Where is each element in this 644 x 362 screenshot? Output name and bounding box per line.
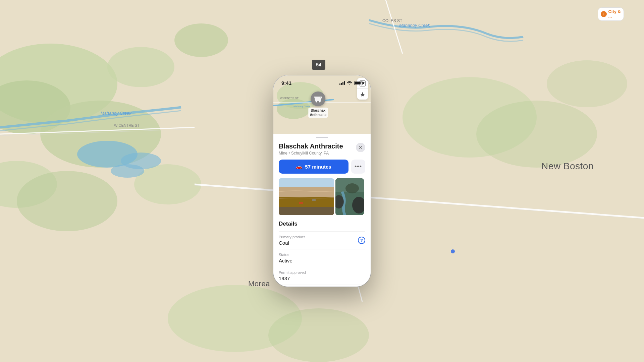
- morea-label: Morea: [248, 280, 270, 288]
- details-section: Details Primary product Coal ? Status Ac…: [273, 221, 371, 287]
- city-badge: i City &...: [598, 7, 624, 21]
- signal-bar-1: [339, 83, 340, 85]
- svg-rect-42: [312, 199, 316, 201]
- svg-point-33: [316, 101, 317, 103]
- svg-point-34: [319, 101, 321, 103]
- bottom-sheet: Blaschak Anthracite Mine • Schuylkill Co…: [273, 134, 371, 287]
- place-title: Blaschak Anthracite: [279, 142, 343, 150]
- svg-point-24: [268, 308, 369, 362]
- status-value: Active: [279, 258, 365, 263]
- action-row: 🚗 57 minutes •••: [273, 160, 371, 178]
- status-row: Status Active: [279, 249, 365, 267]
- permit-approved-row: Permit approved 1937: [279, 267, 365, 285]
- more-options-button[interactable]: •••: [351, 160, 365, 174]
- signal-bar-2: [341, 83, 342, 85]
- photos-row: [273, 178, 371, 221]
- permit-approved-value: 1937: [279, 276, 365, 281]
- svg-rect-38: [279, 187, 334, 197]
- svg-point-22: [547, 60, 627, 107]
- coles-st-label: COLES ST: [382, 18, 402, 23]
- svg-point-4: [107, 47, 174, 87]
- status-time: 9:41: [281, 80, 291, 86]
- svg-point-11: [111, 164, 144, 178]
- svg-text:Mahanoy Creek: Mahanoy Creek: [293, 105, 310, 108]
- mine-pin-circle: [311, 92, 325, 106]
- place-info: Blaschak Anthracite Mine • Schuylkill Co…: [279, 142, 343, 156]
- new-boston-label: New Boston: [541, 161, 594, 172]
- status-icons: [339, 80, 363, 85]
- operator-row: Operator: [279, 285, 365, 287]
- navigation-button[interactable]: [357, 89, 368, 100]
- svg-point-7: [17, 171, 117, 231]
- svg-point-47: [345, 183, 359, 193]
- svg-point-5: [174, 23, 228, 57]
- mine-pin[interactable]: Blaschak Anthracite: [309, 92, 328, 118]
- svg-point-8: [134, 164, 201, 204]
- svg-rect-32: [315, 97, 321, 101]
- signal-bar-4: [344, 81, 345, 85]
- primary-product-row: Primary product Coal ?: [279, 231, 365, 249]
- iphone-frame: 9:41: [273, 75, 371, 287]
- mahanoy-creek-label: Mahanoy Creek: [101, 111, 131, 116]
- close-button[interactable]: ✕: [356, 143, 365, 152]
- directions-button[interactable]: 🚗 57 minutes: [279, 160, 348, 174]
- svg-rect-41: [299, 202, 303, 204]
- permit-approved-label: Permit approved: [279, 270, 365, 275]
- svg-rect-40: [279, 207, 334, 215]
- status-bar: 9:41: [273, 75, 371, 88]
- drag-handle[interactable]: [316, 137, 328, 138]
- primary-product-label: Primary product: [279, 235, 365, 239]
- status-label: Status: [279, 253, 365, 257]
- wifi-icon: [347, 80, 352, 85]
- mine-pin-label: Blaschak Anthracite: [309, 108, 328, 118]
- signal-bar-3: [342, 82, 343, 85]
- svg-rect-37: [279, 178, 334, 187]
- place-header: Blaschak Anthracite Mine • Schuylkill Co…: [273, 142, 371, 160]
- mahanoy-creek-top-label: Mahanoy Creek: [399, 23, 430, 28]
- svg-point-25: [451, 249, 455, 253]
- w-centre-st-label: W CENTRE ST: [114, 123, 140, 127]
- phone-map: 9:41: [273, 75, 371, 134]
- details-title: Details: [279, 221, 365, 227]
- primary-product-info-button[interactable]: ?: [358, 237, 365, 244]
- photo-main[interactable]: [279, 178, 334, 215]
- photo-secondary[interactable]: [335, 178, 364, 215]
- battery-icon: [354, 81, 363, 85]
- car-icon: 🚗: [296, 164, 302, 170]
- signal-bars-icon: [339, 81, 345, 85]
- svg-point-21: [476, 101, 597, 168]
- svg-text:W CENTRE ST: W CENTRE ST: [280, 97, 299, 100]
- primary-product-value: Coal: [279, 240, 365, 246]
- svg-text:54: 54: [316, 62, 321, 67]
- place-subtitle: Mine • Schuylkill County, PA: [279, 151, 343, 156]
